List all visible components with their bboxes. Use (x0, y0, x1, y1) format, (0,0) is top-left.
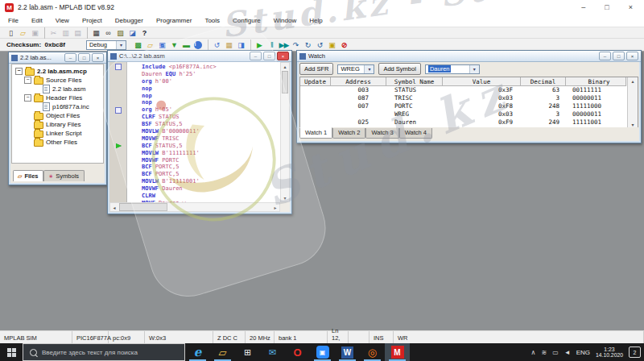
menu-item[interactable]: File (2, 17, 25, 24)
build-mode-combo[interactable]: Debug ▾ (86, 40, 126, 50)
file-explorer-icon[interactable]: ▱ (210, 343, 235, 361)
menu-item[interactable]: Window (267, 17, 303, 24)
column-header[interactable]: Binary (566, 77, 626, 86)
edge-icon[interactable]: e (185, 343, 210, 361)
reset-icon[interactable]: ▣ (326, 40, 338, 50)
cut-icon[interactable]: ✂ (47, 28, 60, 38)
code-line[interactable]: BCF PORTC,5 (109, 164, 280, 171)
verify-target-icon[interactable]: ◨ (235, 40, 247, 50)
watch-row[interactable]: 003 STATUS 0x3F 63 00111111 (300, 86, 638, 94)
new-project-icon[interactable]: ▩ (132, 40, 144, 50)
tree-expander-icon[interactable] (15, 68, 23, 75)
scrollbar-thumb[interactable] (282, 71, 288, 93)
minimize-button[interactable]: – (581, 3, 585, 11)
close-button[interactable]: × (92, 53, 104, 62)
new-file-icon[interactable]: ▯ (5, 28, 17, 38)
menu-item[interactable]: View (49, 17, 76, 24)
scroll-up-icon[interactable]: ▴ (281, 64, 289, 69)
build-info-icon[interactable]: i (192, 40, 204, 50)
minimize-button[interactable]: – (64, 53, 76, 62)
gutter[interactable] (109, 164, 127, 171)
maximize-button[interactable]: □ (263, 52, 275, 60)
menu-item[interactable]: Project (76, 17, 109, 24)
code-line[interactable]: nop (109, 93, 280, 100)
code-line[interactable]: BCF PORTC,5 (109, 171, 280, 178)
project-wizard-icon[interactable]: ▨ (114, 28, 126, 38)
gutter[interactable] (109, 143, 127, 150)
halt-icon[interactable]: ‖ (266, 40, 278, 50)
gutter[interactable] (109, 193, 127, 200)
scroll-right-icon[interactable]: ▸ (271, 205, 279, 210)
maximize-button[interactable]: □ (78, 53, 90, 62)
scroll-down-icon[interactable]: ▾ (281, 195, 289, 201)
tree-item[interactable]: Object Files (15, 111, 103, 120)
close-button[interactable]: × (629, 3, 633, 11)
vertical-scrollbar[interactable]: ▴ ▾ (627, 77, 638, 128)
gutter[interactable] (109, 185, 127, 193)
add-sfr-button[interactable]: Add SFR (299, 63, 333, 75)
watch-row[interactable]: 007 PORTC 0xF8 248 11111000 (300, 102, 638, 110)
window-list-icon[interactable]: ◪ (126, 28, 138, 38)
gutter[interactable] (109, 85, 127, 93)
restore-button[interactable]: □ (605, 3, 609, 11)
column-header[interactable]: Value (443, 77, 521, 86)
editor-window-titlebar[interactable]: C:\...\2.2 lab.asm – □ × (108, 51, 291, 62)
mail-icon[interactable]: ✉ (260, 343, 285, 361)
watch-tab[interactable]: Watch 1 (299, 127, 332, 139)
notification-icon[interactable]: 2 (629, 346, 641, 358)
project-window-titlebar[interactable]: 2.2 lab.as... – □ × (9, 52, 106, 64)
scroll-up-icon[interactable]: ▴ (628, 78, 638, 84)
code-line[interactable]: BSF STATUS,5 (109, 121, 280, 128)
chevron-down-icon[interactable]: ▾ (469, 65, 479, 73)
symbol-combo[interactable]: Dauren ▾ (425, 64, 480, 74)
mplab-taskbar-icon[interactable]: M (385, 343, 410, 361)
maximize-button[interactable]: □ (613, 52, 625, 60)
titlebar[interactable]: M 2.2 lab.asm - MPLAB IDE v8.92 – □ × (0, 0, 644, 15)
column-header[interactable]: Update (300, 77, 331, 86)
find-icon[interactable]: ∞ (102, 28, 114, 38)
clock[interactable]: 1:23 14.10.2020 (596, 346, 623, 359)
chevron-down-icon[interactable]: ▾ (116, 41, 126, 49)
project-tab[interactable]: ▱ Files (13, 170, 43, 181)
watch-row[interactable]: WREG 0x03 3 00000011 (300, 110, 638, 118)
gutter[interactable] (109, 157, 127, 164)
close-button[interactable]: × (626, 52, 638, 60)
code-line[interactable]: CLRW (109, 193, 280, 200)
gutter[interactable] (109, 114, 127, 121)
column-header[interactable]: Address (331, 77, 386, 86)
watch-window-titlebar[interactable]: Watch – □ × (297, 51, 641, 62)
tree-item[interactable]: 2.2 lab.asm (15, 85, 103, 93)
volume-icon[interactable]: ◄ (564, 349, 571, 356)
gutter[interactable] (109, 106, 127, 114)
gutter[interactable] (109, 78, 127, 85)
tree-item[interactable]: Linker Script (15, 129, 103, 138)
code-line[interactable]: BCF STATUS,5 (109, 143, 280, 150)
gutter[interactable] (109, 178, 127, 185)
gutter[interactable] (109, 71, 127, 78)
menu-item[interactable]: Debugger (109, 17, 150, 24)
animate-icon[interactable]: ▶▶ (278, 40, 290, 50)
tree-item[interactable]: Library Files (15, 120, 103, 129)
menu-item[interactable]: Programmer (150, 17, 198, 24)
gutter[interactable] (109, 171, 127, 178)
sfr-combo[interactable]: WREG ▾ (337, 64, 374, 74)
open-file-icon[interactable]: ▱ (17, 28, 29, 38)
opera-icon[interactable]: O (285, 343, 310, 361)
watch-tab[interactable]: Watch 3 (365, 128, 398, 139)
code-line[interactable]: MOVLW B'11111001' (109, 178, 280, 185)
scroll-down-icon[interactable]: ▾ (628, 122, 638, 127)
language-indicator[interactable]: ENG (576, 349, 590, 356)
open-project-icon[interactable]: ▱ (144, 40, 156, 50)
code-line[interactable]: nop (109, 99, 280, 106)
tree-item[interactable]: Other Files (15, 138, 103, 147)
horizontal-scrollbar[interactable]: ◂ ▸ (109, 202, 280, 212)
scrollbar-thumb[interactable] (119, 203, 167, 211)
gutter[interactable] (109, 128, 127, 135)
code-line[interactable]: MOVWF TRISC (109, 135, 280, 143)
recorder-icon[interactable]: ◎ (360, 343, 385, 361)
battery-icon[interactable]: ▭ (552, 349, 559, 356)
code-line[interactable]: MOVLW B'00000011' (109, 128, 280, 135)
minimize-button[interactable]: – (250, 52, 262, 60)
menu-item[interactable]: Edit (25, 17, 49, 24)
watch-row[interactable]: 087 TRISC 0x03 3 00000011 (300, 94, 638, 102)
